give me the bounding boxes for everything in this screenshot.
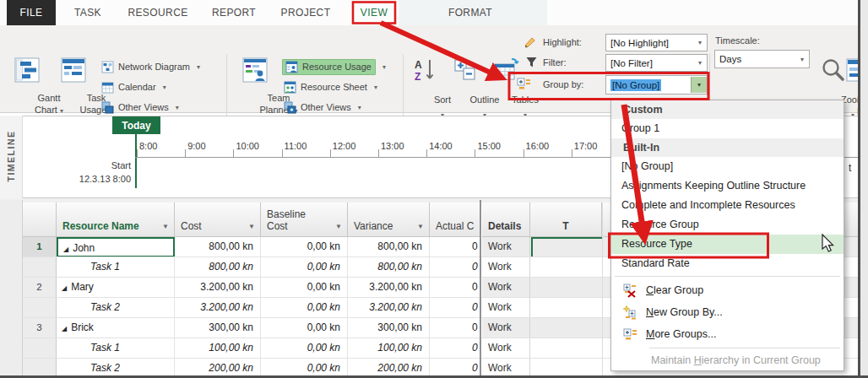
row-id-cell[interactable]: 1 [23,237,57,257]
resource-name-text: Task 1 [90,261,120,273]
expand-triangle-icon[interactable]: ◢ [62,284,67,292]
cell-actual-cost[interactable]: 0 [430,318,480,338]
cell-variance[interactable]: 3.200,00 kn [348,278,430,298]
menu-item-label: Assignments Keeping Outline Structure [621,176,806,196]
highlight-combobox[interactable]: [No Highlight] ▾ [605,34,708,51]
calendar-button[interactable]: Calendar ▾ [101,78,166,96]
cell-details[interactable]: Work [482,298,530,318]
row-id-cell[interactable] [23,257,57,278]
cell-details[interactable]: Work [482,338,530,359]
cell-actual-cost[interactable]: 0 [430,298,480,318]
view-split-bar[interactable] [480,200,481,375]
tab-project[interactable]: PROJECT [274,0,338,25]
cell-resource-name[interactable]: Task 2 [57,298,175,318]
cell-variance[interactable]: 3.200,00 kn [348,298,430,318]
tab-report[interactable]: REPORT [205,0,263,25]
filter-arrow-icon[interactable]: ▼ [417,223,424,230]
filter-arrow-icon[interactable]: ▼ [248,223,255,230]
cell-baseline-cost[interactable]: 0,00 kn [261,257,348,278]
filter-combobox[interactable]: [No Filter] ▾ [605,54,708,72]
selected-grid-cell[interactable] [531,237,602,257]
team-planner-button[interactable]: Team Planner ▾ [231,54,279,122]
cell-resource-name[interactable]: ◢Brick [57,318,175,338]
menu-item-clear-group[interactable]: Clear Group [611,279,844,301]
chevron-down-icon[interactable]: ▾ [691,77,707,93]
cell-details[interactable]: Work [482,237,530,257]
menu-item-new-group-by[interactable]: New Group By... [611,301,844,323]
cell-baseline-cost[interactable]: 0,00 kn [261,338,348,359]
cell-resource-name[interactable]: ◢John [57,237,175,257]
menu-item-more-groups[interactable]: More Groups... [611,323,844,345]
cell-cost[interactable]: 3.200,00 kn [175,278,261,298]
cell-cost[interactable]: 800,00 kn [175,257,261,278]
column-header-variance[interactable]: Variance ▼ [348,202,430,237]
expand-triangle-icon[interactable]: ◢ [62,325,67,332]
gantt-chart-button[interactable]: Gantt Chart ▾ [5,54,49,122]
group-by-combobox[interactable]: [No Group] ▾ [605,75,708,94]
select-all-header-cell[interactable] [23,202,57,237]
cell-baseline-cost[interactable]: 0,00 kn [261,298,348,318]
cell-cost[interactable]: 100,00 kn [175,338,261,359]
chevron-down-icon[interactable]: ▾ [795,56,809,63]
outline-button[interactable]: Outline ▾ [446,54,485,122]
cell-baseline-cost[interactable]: 0,00 kn [261,237,348,257]
cell-resource-name[interactable]: Task 1 [57,338,175,359]
other-views-resource-button[interactable]: Other Views ▾ [284,98,361,116]
tab-file[interactable]: FILE [7,0,56,25]
ribbon-tab-bar: FILE TASK RESOURCE REPORT PROJECT VIEW F… [0,0,868,25]
other-views-task-button[interactable]: Other Views ▾ [101,98,179,116]
cell-cost[interactable]: 800,00 kn [175,237,261,257]
cell-cost[interactable]: 3.200,00 kn [175,298,261,318]
column-header-baseline-cost[interactable]: Baseline Cost ▼ [261,202,348,237]
menu-item-assignments-keeping-outline-structure[interactable]: Assignments Keeping Outline Structure [611,176,844,196]
expand-triangle-icon[interactable]: ◢ [63,246,68,253]
column-header-t[interactable]: T [530,202,602,237]
chevron-down-icon[interactable]: ▾ [693,59,707,67]
tab-resource[interactable]: RESOURCE [123,0,193,25]
column-header-details[interactable]: Details [482,202,530,237]
menu-item-group-1[interactable]: Group 1 [611,119,844,138]
cell-actual-cost[interactable]: 0 [430,237,480,257]
row-id-cell[interactable]: 3 [23,318,57,338]
cell-actual-cost[interactable]: 0 [430,278,480,298]
chevron-down-icon[interactable]: ▾ [693,39,707,46]
column-header-cost[interactable]: Cost ▼ [175,202,261,237]
filter-arrow-icon[interactable]: ▼ [162,223,169,230]
row-id-cell[interactable] [23,338,57,359]
tab-view[interactable]: VIEW [354,0,394,25]
column-header-actual-cost[interactable]: Actual C [430,202,480,237]
menu-item-resource-type[interactable]: Resource Type [611,235,844,254]
cell-variance[interactable]: 100,00 kn [348,338,430,359]
tab-format[interactable]: FORMAT [432,0,508,25]
cell-actual-cost[interactable]: 0 [430,257,480,278]
menu-separator [649,348,840,348]
cell-variance[interactable]: 800,00 kn [348,237,430,257]
cell-baseline-cost[interactable]: 0,00 kn [261,278,348,298]
cell-variance[interactable]: 800,00 kn [348,257,430,278]
network-diagram-button[interactable]: Network Diagram ▾ [101,57,200,76]
cell-cost[interactable]: 300,00 kn [175,318,261,338]
cell-details[interactable]: Work [482,318,530,338]
cell-details[interactable]: Work [482,257,530,278]
filter-arrow-icon[interactable]: ▼ [335,223,342,230]
cell-baseline-cost[interactable]: 0,00 kn [261,318,348,338]
resource-sheet-button[interactable]: Resource Sheet ▾ [284,78,377,96]
menu-item-no-group[interactable]: [No Group] [611,157,844,176]
menu-item-complete-and-incomplete-resources[interactable]: Complete and Incomplete Resources [611,196,844,215]
row-id-cell[interactable]: 2 [23,278,57,298]
cell-resource-name[interactable]: ◢Mary [57,278,175,298]
row-id-cell[interactable] [23,298,57,318]
cell-details[interactable]: Work [482,278,530,298]
tab-task[interactable]: TASK [64,0,111,25]
menu-item-resource-group[interactable]: Resource Group [611,215,844,235]
cell-resource-name[interactable]: Task 1 [57,257,175,278]
highlight-icon [524,35,537,52]
cell-variance[interactable]: 300,00 kn [348,318,430,338]
cell-actual-cost[interactable]: 0 [430,338,480,359]
column-header-resource-name[interactable]: Resource Name ▼ [57,202,175,237]
timescale-combobox[interactable]: Days ▾ [714,50,810,68]
menu-item-standard-rate[interactable]: Standard Rate [611,254,844,273]
resource-usage-button[interactable]: Resource Usage ▾ [282,57,386,76]
task-usage-button[interactable]: Task Usage ▾ [51,54,96,122]
sort-button[interactable]: A Z Sort ▾ [407,54,442,122]
